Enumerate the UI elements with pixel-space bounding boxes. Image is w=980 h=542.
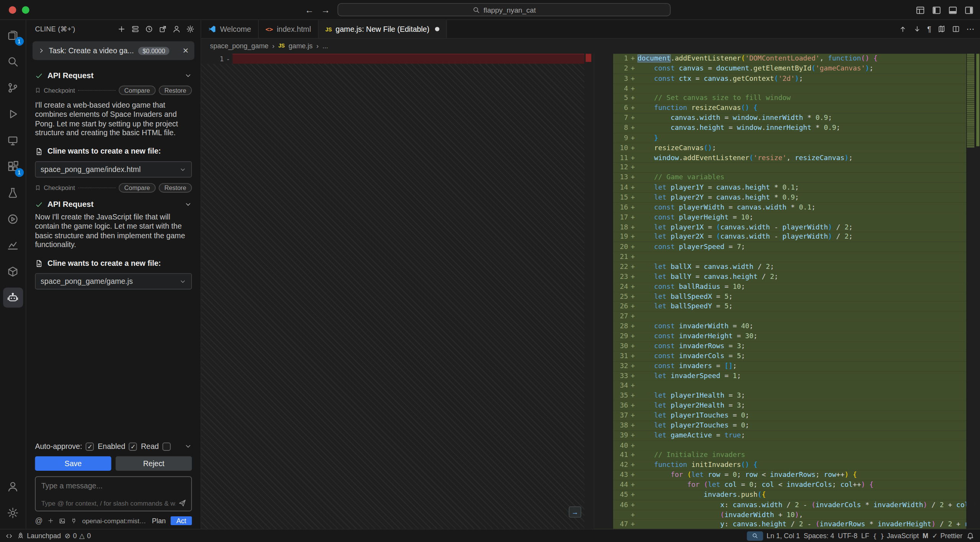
- tab-game-js[interactable]: JS game.js: New File (Editable): [319, 20, 447, 38]
- window-close-button[interactable]: [9, 6, 16, 14]
- added-line-marker: +: [628, 232, 637, 242]
- diff-modified-pane[interactable]: 1+document.addEventListener('DOMContentL…: [594, 52, 980, 529]
- pilcrow-icon[interactable]: ¶: [927, 25, 931, 33]
- eol-sequence[interactable]: LF: [861, 532, 869, 540]
- remote-explorer-icon[interactable]: [3, 130, 23, 150]
- previous-change-icon[interactable]: [898, 25, 906, 33]
- restore-button[interactable]: Restore: [159, 183, 192, 192]
- auto-approve-read-checkbox[interactable]: ✓: [129, 442, 137, 450]
- command-center-search[interactable]: flappy_nyan_cat: [337, 3, 671, 16]
- next-change-icon[interactable]: [913, 25, 921, 33]
- added-line-marker: +: [628, 113, 637, 123]
- add-context-plus-icon[interactable]: [47, 517, 54, 525]
- remote-indicator-icon[interactable]: [5, 532, 13, 540]
- window-zoom-button[interactable]: [22, 6, 29, 14]
- testing-beaker-icon[interactable]: [3, 183, 23, 203]
- search-icon[interactable]: [3, 51, 23, 71]
- tab-index-html[interactable]: <> index.html: [258, 20, 318, 38]
- breadcrumb-symbol[interactable]: ...: [322, 42, 328, 49]
- launchpad-item[interactable]: Launchpad: [17, 532, 61, 540]
- errors-icon: ⊘: [65, 532, 70, 540]
- added-line-marker: +: [628, 64, 637, 74]
- source-control-icon[interactable]: [3, 77, 23, 97]
- language-mode[interactable]: { } JavaScript: [873, 532, 919, 540]
- added-line-marker: +: [628, 212, 637, 222]
- breadcrumb-file[interactable]: game.js: [288, 42, 312, 49]
- toggle-panel-icon[interactable]: [948, 5, 957, 15]
- compare-button[interactable]: Compare: [119, 86, 156, 95]
- code-editor[interactable]: 1+document.addEventListener('DOMContentL…: [594, 52, 980, 529]
- act-mode-toggle[interactable]: Act: [171, 516, 192, 525]
- file-path-dropdown[interactable]: space_pong_game/index.html: [35, 161, 192, 177]
- next-diff-arrow-button[interactable]: →: [569, 506, 581, 517]
- prettier-item[interactable]: ✓ Prettier: [932, 532, 962, 540]
- minimap[interactable]: [966, 52, 975, 529]
- file-path-dropdown[interactable]: space_pong_game/game.js: [35, 273, 192, 289]
- api-plug-icon[interactable]: [71, 517, 77, 525]
- breadcrumb-folder[interactable]: space_pong_game: [210, 42, 268, 49]
- more-actions-icon[interactable]: ⋯: [966, 25, 974, 34]
- overview-ruler[interactable]: [584, 52, 594, 529]
- run-debug-icon[interactable]: [3, 104, 23, 124]
- task-close-icon[interactable]: ✕: [182, 46, 188, 55]
- code-text: let player1Health = 3;: [638, 391, 745, 401]
- account-icon[interactable]: [172, 25, 180, 33]
- settings-gear-icon[interactable]: [186, 25, 194, 33]
- map-outline-icon[interactable]: [937, 25, 946, 33]
- added-line-marker: +: [628, 321, 637, 331]
- activity-graph-icon[interactable]: [3, 235, 23, 255]
- chevron-down-icon[interactable]: [184, 442, 192, 450]
- customize-layout-icon[interactable]: [916, 5, 925, 15]
- history-back-button[interactable]: ←: [305, 5, 314, 15]
- mcp-servers-icon[interactable]: [131, 25, 139, 33]
- task-header[interactable]: Task: Create a video ga... $0.0000 ✕: [33, 41, 195, 60]
- unsaved-changes-dot[interactable]: [435, 27, 439, 31]
- save-button[interactable]: Save: [35, 456, 111, 471]
- diff-original-pane[interactable]: 1 -: [201, 52, 594, 529]
- history-forward-button[interactable]: →: [321, 5, 330, 15]
- explorer-icon[interactable]: 1: [3, 25, 23, 45]
- extensions-icon[interactable]: 1: [3, 156, 23, 176]
- zoom-indicator[interactable]: [747, 531, 763, 540]
- message-input[interactable]: Type a message... Type @ for context, / …: [35, 477, 192, 511]
- toggle-sidebar-right-icon[interactable]: [964, 5, 973, 15]
- overview-ruler[interactable]: [975, 52, 980, 529]
- encoding[interactable]: UTF-8: [838, 532, 857, 540]
- indentation[interactable]: Spaces: 4: [803, 532, 834, 540]
- added-line-marker: +: [628, 351, 637, 361]
- compare-button[interactable]: Compare: [119, 183, 156, 192]
- added-line-marker: +: [628, 361, 637, 371]
- account-icon[interactable]: [3, 477, 23, 496]
- toggle-sidebar-left-icon[interactable]: [932, 5, 941, 15]
- send-icon[interactable]: [178, 499, 186, 507]
- reject-button[interactable]: Reject: [116, 456, 192, 471]
- history-icon[interactable]: [145, 25, 153, 33]
- cursor-position[interactable]: Ln 1, Col 1: [767, 532, 800, 540]
- plan-mode-toggle[interactable]: Plan: [152, 517, 166, 525]
- tab-welcome[interactable]: Welcome: [201, 20, 259, 38]
- image-icon[interactable]: [59, 517, 66, 525]
- problems-item[interactable]: ⊘ 0 △ 0: [65, 532, 91, 540]
- auto-approve-checkbox-3[interactable]: [163, 442, 171, 450]
- new-file-icon: [35, 259, 43, 267]
- chevron-down-icon[interactable]: [184, 201, 192, 208]
- settings-gear-icon[interactable]: [3, 503, 23, 522]
- code-text: for (let row = 0; row < invaderRows; row…: [638, 470, 857, 480]
- chevron-down-icon[interactable]: [184, 72, 192, 80]
- open-in-editor-icon[interactable]: [159, 25, 167, 33]
- create-file-label: Cline wants to create a new file:: [47, 147, 161, 156]
- package-icon[interactable]: [3, 261, 23, 281]
- model-selector[interactable]: openai-compat:mistralai/...: [82, 517, 147, 525]
- play-circle-icon[interactable]: [3, 209, 23, 229]
- added-line-marker: +: [628, 193, 637, 203]
- new-task-plus-icon[interactable]: [118, 25, 126, 33]
- mistral-icon[interactable]: M: [923, 532, 928, 540]
- notifications-bell-icon[interactable]: [966, 532, 974, 540]
- split-editor-icon[interactable]: [952, 25, 960, 33]
- auto-approve-enabled-checkbox[interactable]: ✓: [86, 442, 94, 450]
- cline-robot-icon[interactable]: [3, 288, 23, 308]
- code-line: 14+ let player1Y = canvas.height * 0.1;: [594, 183, 980, 193]
- mention-icon[interactable]: @: [35, 516, 43, 525]
- code-line: 21+: [594, 252, 980, 262]
- restore-button[interactable]: Restore: [159, 86, 192, 95]
